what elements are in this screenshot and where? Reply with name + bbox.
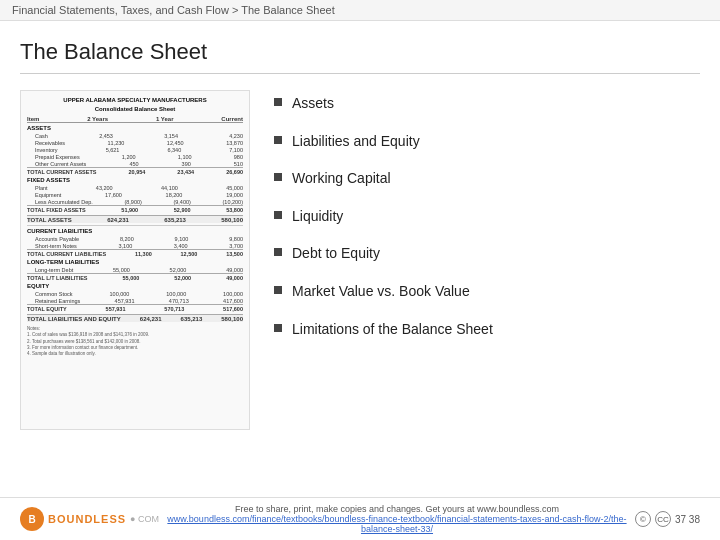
logo-name: BOUNDLESS — [48, 513, 126, 525]
footer-center: Free to share, print, make copies and ch… — [159, 504, 635, 534]
topic-list: Assets Liabilities and Equity Working Ca… — [274, 90, 700, 357]
bs-total-liab-equity: TOTAL LIABILITIES AND EQUITY624,231635,2… — [27, 314, 243, 322]
bs-col-cur: Current — [221, 116, 243, 122]
bs-fixed-section: FIXED ASSETS Plant43,20044,10045,000 Equ… — [27, 177, 243, 213]
bullet-icon — [274, 324, 282, 332]
bs-total-current-liab: TOTAL CURRENT LIABILITIES11,30012,50013,… — [27, 249, 243, 257]
bullet-label: Liabilities and Equity — [292, 132, 420, 152]
list-item: Liquidity — [274, 207, 700, 227]
bullet-icon — [274, 173, 282, 181]
title-divider — [20, 73, 700, 74]
bs-row: Short-term Notes3,1003,4003,700 — [27, 242, 243, 249]
list-item: Limitations of the Balance Sheet — [274, 320, 700, 340]
content-row: UPPER ALABAMA SPECIALTY MANUFACTURERS Co… — [20, 90, 700, 430]
bs-equity-heading: EQUITY — [27, 283, 243, 289]
bs-row: Other Current Assets450390510 — [27, 160, 243, 167]
list-item: Liabilities and Equity — [274, 132, 700, 152]
bs-row: Long-term Debt55,00052,00049,000 — [27, 266, 243, 273]
footer: B BOUNDLESS ● COM Free to share, print, … — [0, 497, 720, 540]
bullet-label: Market Value vs. Book Value — [292, 282, 470, 302]
bs-doc-title: Consolidated Balance Sheet — [27, 106, 243, 112]
bs-total-current-assets: TOTAL CURRENT ASSETS20,95423,43426,690 — [27, 167, 243, 175]
footer-right: © CC 37 38 — [635, 511, 700, 527]
bs-equity-section: EQUITY Common Stock100,000100,000100,000… — [27, 283, 243, 312]
bs-longterm-liab-section: LONG-TERM LIABILITIES Long-term Debt55,0… — [27, 259, 243, 281]
bs-current-liab-heading: CURRENT LIABILITIES — [27, 228, 243, 234]
page-numbers: 37 38 — [675, 514, 700, 525]
bs-notes: Notes: 1. Cost of sales was $136,918 in … — [27, 326, 243, 357]
cc-icon: © — [635, 511, 651, 527]
bs-col-1yr: 1 Year — [156, 116, 174, 122]
bs-row: Prepaid Expenses1,2001,100980 — [27, 153, 243, 160]
list-item: Working Capital — [274, 169, 700, 189]
bs-row: Retained Earnings457,931470,713417,600 — [27, 297, 243, 304]
logo: B BOUNDLESS ● COM — [20, 507, 159, 531]
bs-longterm-heading: LONG-TERM LIABILITIES — [27, 259, 243, 265]
bullet-icon — [274, 136, 282, 144]
bullet-label: Limitations of the Balance Sheet — [292, 320, 493, 340]
bullet-label: Assets — [292, 94, 334, 114]
bs-col-2yr: 2 Years — [87, 116, 108, 122]
bs-divider — [27, 225, 243, 226]
bs-assets-heading: ASSETS — [27, 125, 243, 131]
bs-row: Receivables11,23012,45013,870 — [27, 139, 243, 146]
bullet-label: Working Capital — [292, 169, 391, 189]
breadcrumb: Financial Statements, Taxes, and Cash Fl… — [0, 0, 720, 21]
logo-dot: ● COM — [130, 514, 159, 524]
page-title: The Balance Sheet — [20, 39, 700, 65]
bullet-label: Liquidity — [292, 207, 343, 227]
footer-logo-area: B BOUNDLESS ● COM — [20, 507, 159, 531]
list-item: Market Value vs. Book Value — [274, 282, 700, 302]
bs-current-liabilities-section: CURRENT LIABILITIES Accounts Payable8,20… — [27, 228, 243, 257]
bs-row: Cash2,4533,1544,230 — [27, 132, 243, 139]
bs-row: Less Accumulated Dep.(8,900)(9,400)(10,2… — [27, 198, 243, 205]
bs-total-longterm-liab: TOTAL L/T LIABILITIES55,00052,00049,000 — [27, 273, 243, 281]
bs-row: Inventory5,6216,3407,100 — [27, 146, 243, 153]
bullet-icon — [274, 98, 282, 106]
bs-total-fixed-assets: TOTAL FIXED ASSETS51,90052,90053,800 — [27, 205, 243, 213]
bs-col-label: Item — [27, 116, 39, 122]
bullet-icon — [274, 286, 282, 294]
balance-sheet-document: UPPER ALABAMA SPECIALTY MANUFACTURERS Co… — [20, 90, 250, 430]
bs-fixed-heading: FIXED ASSETS — [27, 177, 243, 183]
list-item: Assets — [274, 94, 700, 114]
bullet-label: Debt to Equity — [292, 244, 380, 264]
bs-total-assets: TOTAL ASSETS624,231635,213580,100 — [27, 215, 243, 223]
logo-letter: B — [28, 514, 35, 525]
cc-badge: CC — [655, 511, 671, 527]
bs-row: Equipment17,60018,20019,000 — [27, 191, 243, 198]
bullet-icon — [274, 248, 282, 256]
bs-assets-section: ASSETS Cash2,4533,1544,230 Receivables11… — [27, 125, 243, 175]
bs-company-name: UPPER ALABAMA SPECIALTY MANUFACTURERS — [27, 97, 243, 103]
footer-link[interactable]: www.boundless.com/finance/textbooks/boun… — [167, 514, 626, 534]
bs-row: Common Stock100,000100,000100,000 — [27, 290, 243, 297]
footer-free-text: Free to share, print, make copies and ch… — [159, 504, 635, 514]
bs-total-equity: TOTAL EQUITY557,931570,713517,600 — [27, 304, 243, 312]
bullet-icon — [274, 211, 282, 219]
bs-row: Accounts Payable8,2009,1009,800 — [27, 235, 243, 242]
list-item: Debt to Equity — [274, 244, 700, 264]
bs-row: Plant43,20044,10045,000 — [27, 184, 243, 191]
logo-icon: B — [20, 507, 44, 531]
